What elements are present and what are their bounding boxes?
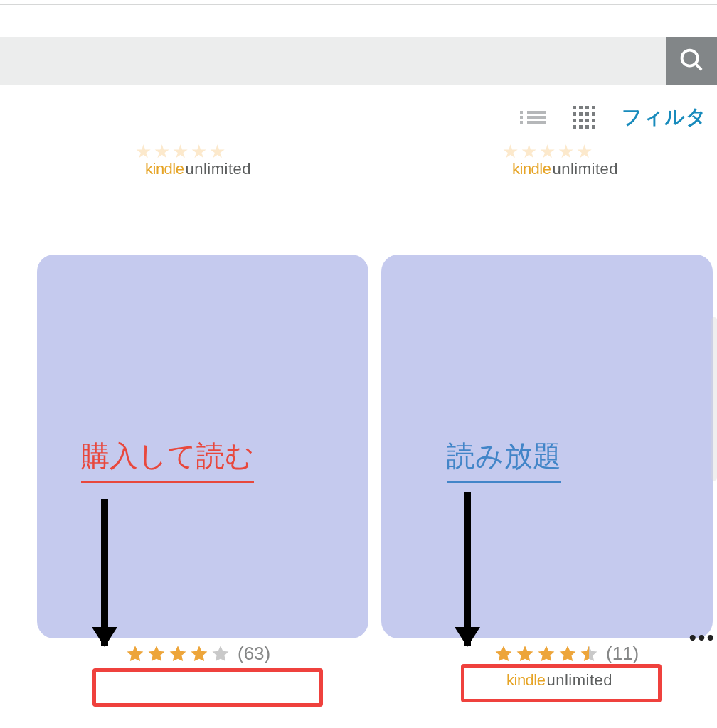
divider [0,36,717,36]
search-bar [0,37,717,85]
svg-line-1 [696,64,702,70]
ku-kindle-text: kindle [145,160,184,178]
rating-count: (63) [238,643,270,665]
star-icon [558,644,578,664]
annotation-purchase: 購入して読む [81,437,254,483]
filter-link[interactable]: フィルタ [622,104,707,131]
highlight-box [92,668,323,707]
star-icon [536,644,556,664]
arrow-down-icon [464,492,471,646]
star-icon [579,644,599,664]
svg-point-0 [682,50,698,66]
ku-kindle-text: kindle [512,160,551,178]
ku-unlimited-text: unlimited [185,160,251,178]
kindle-unlimited-badge: kindleunlimited [512,160,618,178]
view-toolbar: フィルタ [519,98,707,136]
rating-stars [494,644,599,664]
rating-stars [125,644,230,664]
more-icon[interactable]: ••• [689,626,716,650]
star-icon [168,644,188,664]
search-button[interactable] [666,37,717,85]
star-icon [147,644,166,664]
kindle-unlimited-badge: kindleunlimited [506,671,612,690]
arrow-down-icon [101,499,108,646]
divider [0,4,717,5]
annotation-unlimited: 読み放題 [447,437,561,483]
rating-row: (11) [494,643,639,665]
star-icon [189,644,209,664]
rating-row: (63) [125,643,270,665]
search-icon [678,46,705,76]
ku-kindle-text: kindle [506,671,545,689]
list-view-icon[interactable] [519,106,546,129]
kindle-unlimited-badge: kindleunlimited [145,160,251,178]
search-input[interactable] [0,37,666,85]
star-icon [125,644,145,664]
grid-view-icon[interactable] [570,106,598,129]
star-icon [211,644,230,664]
ku-unlimited-text: unlimited [552,160,618,178]
ku-unlimited-text: unlimited [546,671,612,689]
rating-count: (11) [606,643,639,665]
scrollbar[interactable] [711,317,717,481]
star-icon [515,644,535,664]
star-icon [494,644,514,664]
